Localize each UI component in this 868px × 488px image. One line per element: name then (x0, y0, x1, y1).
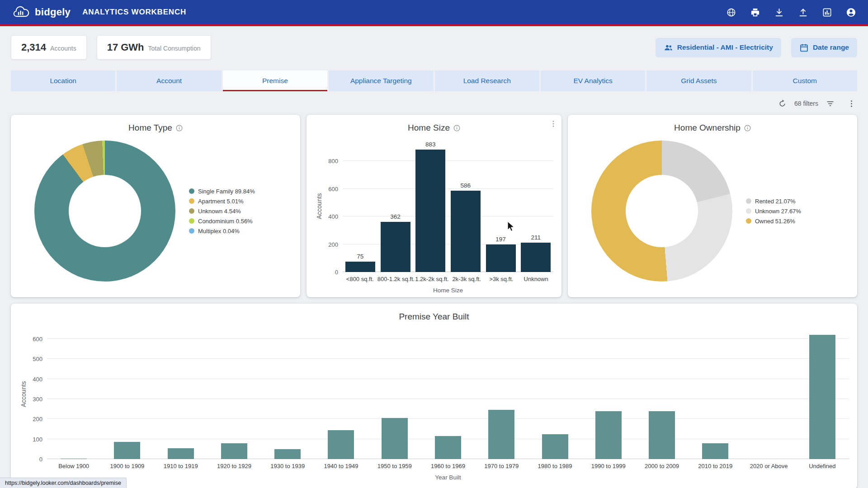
segment-selector-button[interactable]: Residential - AMI - Electricity (656, 38, 781, 57)
bar[interactable] (486, 244, 516, 272)
bars-group: 75362883586197211 (343, 140, 553, 272)
bar[interactable] (702, 443, 728, 459)
bar[interactable] (542, 434, 568, 459)
refresh-icon[interactable] (778, 99, 787, 108)
bar[interactable] (809, 335, 835, 459)
bar-value-label: 197 (495, 236, 506, 243)
x-tick-label: 1980 to 1989 (528, 459, 581, 469)
bar[interactable] (328, 430, 354, 459)
tab-premise[interactable]: Premise (223, 70, 327, 91)
top-navbar: bidgely ANALYTICS WORKBENCH (0, 0, 868, 24)
tab-account[interactable]: Account (117, 70, 221, 91)
dashboard-kebab-menu-icon[interactable] (847, 99, 856, 108)
bidgely-logo[interactable]: bidgely (12, 6, 71, 19)
brand-name: bidgely (35, 6, 71, 18)
legend-swatch (189, 208, 194, 214)
language-icon[interactable] (726, 7, 736, 18)
tab-appliance-targeting[interactable]: Appliance Targeting (329, 70, 433, 91)
home-type-donut-chart[interactable] (34, 141, 175, 282)
download-icon[interactable] (774, 7, 784, 18)
legend-label: Owned 51.26% (755, 218, 795, 225)
segment-selector-label: Residential - AMI - Electricity (677, 43, 773, 52)
bar-column (47, 329, 100, 459)
bar-column (796, 329, 849, 459)
bar[interactable] (415, 150, 445, 272)
x-axis-title: Year Built (19, 474, 849, 481)
legend-item[interactable]: Rented 21.07% (746, 198, 849, 205)
print-icon[interactable] (750, 7, 760, 18)
bar[interactable] (435, 436, 461, 459)
bar-column (528, 329, 581, 459)
filter-list-icon[interactable] (826, 99, 835, 108)
y-tick-label: 500 (33, 356, 42, 362)
tab-custom[interactable]: Custom (753, 70, 857, 91)
bar[interactable] (382, 418, 408, 459)
legend-swatch (189, 228, 194, 234)
account-icon[interactable] (846, 7, 856, 18)
x-axis: Below 19001900 to 19091910 to 19191920 t… (47, 459, 849, 469)
tab-grid-assets[interactable]: Grid Assets (646, 70, 751, 91)
bar[interactable] (649, 411, 675, 459)
bar-column (314, 329, 368, 459)
legend-item[interactable]: Unknown 27.67% (746, 208, 849, 215)
legend-swatch (746, 208, 751, 214)
home-ownership-legend: Rented 21.07%Unknown 27.67%Owned 51.26% (746, 198, 849, 225)
tile-kebab-menu-icon[interactable] (549, 119, 558, 128)
bar[interactable] (451, 191, 481, 272)
legend-item[interactable]: Single Family 89.84% (189, 188, 292, 195)
home-ownership-chart-area: Rented 21.07%Unknown 27.67%Owned 51.26% (576, 133, 849, 289)
x-tick-label: 2020 or Above (742, 459, 795, 469)
plot-area: 75362883586197211 (343, 140, 553, 272)
bar-value-label: 75 (357, 253, 363, 260)
info-icon[interactable] (453, 125, 460, 131)
bar-column (689, 329, 742, 459)
legend-item[interactable]: Owned 51.26% (746, 218, 849, 225)
tab-load-research[interactable]: Load Research (435, 70, 539, 91)
bar-column (475, 329, 528, 459)
legend-label: Unknown 27.67% (755, 208, 801, 215)
x-tick-label: 1970 to 1979 (475, 459, 528, 469)
bar[interactable] (61, 459, 87, 459)
date-range-button[interactable]: Date range (791, 38, 857, 57)
filters-count-label[interactable]: 68 filters (794, 100, 818, 107)
legend-label: Single Family 89.84% (198, 188, 255, 195)
info-icon[interactable] (744, 125, 751, 131)
home-size-bar-chart: Accounts 0200400600800 75362883586197211… (315, 140, 553, 294)
bar[interactable] (345, 262, 375, 272)
legend-item[interactable]: Apartment 5.01% (189, 198, 292, 205)
legend-swatch (189, 188, 194, 194)
bar[interactable] (168, 448, 194, 459)
bar-value-label: 362 (390, 213, 401, 220)
x-tick-label: 1940 to 1949 (314, 459, 368, 469)
bar[interactable] (595, 411, 622, 459)
home-size-card: Home Size Accounts 0200400600800 7536288… (307, 115, 561, 297)
charts-row: Home Type Single Family 89.84%Apartment … (11, 115, 857, 297)
legend-swatch (189, 218, 194, 224)
upload-icon[interactable] (798, 7, 808, 18)
info-icon[interactable] (176, 125, 183, 131)
legend-item[interactable]: Multiplex 0.04% (189, 228, 292, 235)
tab-ev-analytics[interactable]: EV Analytics (541, 70, 645, 91)
bar[interactable] (274, 449, 301, 459)
bar[interactable] (114, 442, 140, 459)
legend-item[interactable]: Unknown 4.54% (189, 208, 292, 215)
y-tick-label: 200 (33, 416, 42, 422)
legend-label: Unknown 4.54% (198, 208, 241, 215)
bar-column: 197 (483, 140, 519, 272)
date-range-label: Date range (813, 43, 849, 52)
reports-icon[interactable] (822, 7, 832, 18)
home-ownership-title-row: Home Ownership (576, 123, 849, 133)
home-ownership-donut-chart[interactable] (591, 141, 732, 282)
accounts-label: Accounts (50, 45, 76, 52)
bar[interactable] (381, 222, 410, 272)
x-tick-label: 2010 to 2019 (689, 459, 742, 469)
bar[interactable] (521, 243, 551, 272)
bar[interactable] (221, 443, 247, 459)
chart-title: Premise Year Built (399, 312, 469, 322)
y-tick-label: 0 (335, 269, 338, 276)
legend-item[interactable]: Condominium 0.56% (189, 218, 292, 225)
y-axis: 0100200300400500600 (28, 329, 47, 459)
bar[interactable] (488, 410, 514, 459)
x-tick-label: 1910 to 1919 (154, 459, 208, 469)
tab-location[interactable]: Location (11, 70, 115, 91)
